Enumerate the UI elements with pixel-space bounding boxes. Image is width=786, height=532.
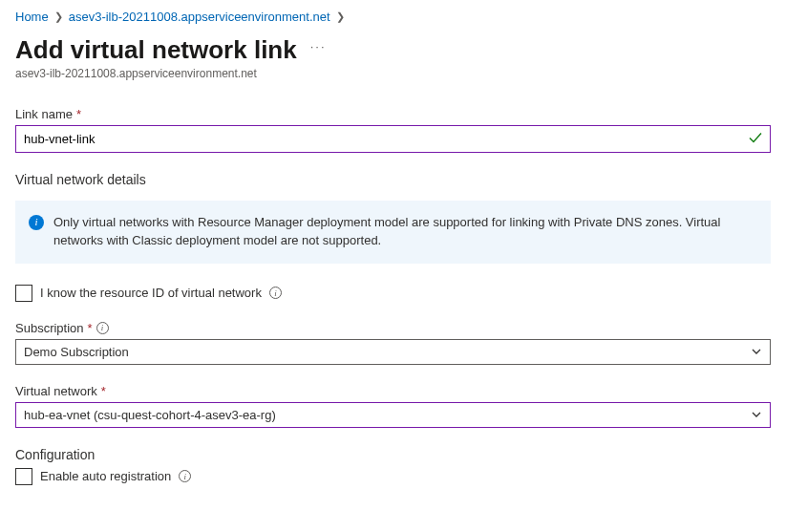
breadcrumb: Home ❯ asev3-ilb-20211008.appserviceenvi… [15,10,771,24]
auto-registration-label: Enable auto registration [40,469,171,483]
chevron-right-icon: ❯ [54,11,63,23]
chevron-down-icon [751,346,762,357]
info-icon[interactable]: i [269,287,282,299]
more-actions-button[interactable]: ··· [310,39,327,57]
vnet-select-value: hub-ea-vnet (csu-quest-cohort-4-asev3-ea… [24,408,276,422]
subscription-select-value: Demo Subscription [24,345,129,359]
required-indicator: * [76,107,81,121]
validation-check-icon [748,130,763,148]
breadcrumb-home[interactable]: Home [15,10,49,24]
info-icon: i [29,215,44,230]
vnet-label: Virtual network * [15,384,771,398]
resource-id-checkbox[interactable] [15,285,32,302]
vnet-select[interactable]: hub-ea-vnet (csu-quest-cohort-4-asev3-ea… [15,402,771,428]
info-icon[interactable]: i [96,322,109,334]
link-name-label: Link name * [15,107,771,121]
info-banner-text: Only virtual networks with Resource Mana… [53,214,755,250]
page-title: Add virtual network link [15,35,297,65]
resource-id-checkbox-label: I know the resource ID of virtual networ… [40,286,262,300]
subscription-label: Subscription * i [15,321,771,335]
breadcrumb-parent[interactable]: asev3-ilb-20211008.appserviceenvironment… [69,10,330,24]
page-subtitle: asev3-ilb-20211008.appserviceenvironment… [15,67,771,80]
info-banner: i Only virtual networks with Resource Ma… [15,201,771,264]
required-indicator: * [101,384,106,398]
chevron-down-icon [751,409,762,420]
link-name-input[interactable] [15,125,771,153]
required-indicator: * [88,321,93,335]
vnet-details-heading: Virtual network details [15,172,771,187]
auto-registration-checkbox[interactable] [15,468,32,485]
chevron-right-icon: ❯ [336,11,345,23]
configuration-heading: Configuration [15,447,771,462]
info-icon[interactable]: i [179,470,191,482]
subscription-select[interactable]: Demo Subscription [15,339,771,365]
